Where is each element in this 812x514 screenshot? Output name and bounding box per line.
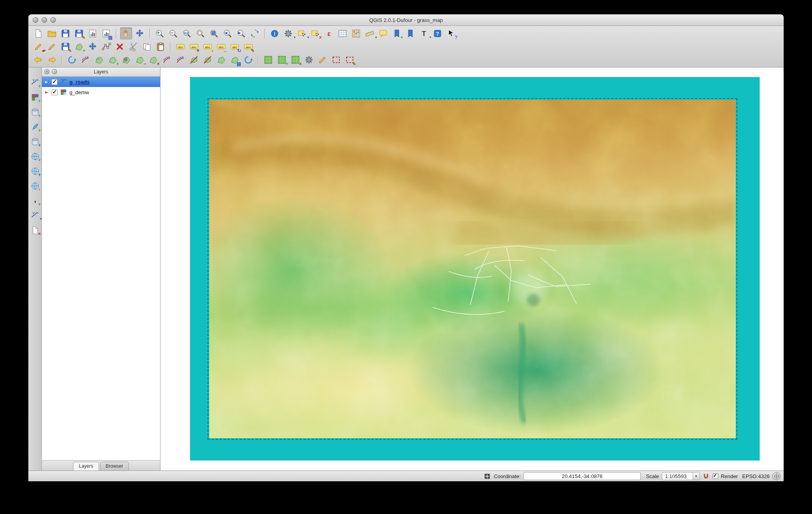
panel-float-icon[interactable]: ▫	[52, 69, 57, 74]
delete-ring[interactable]: −	[134, 54, 146, 66]
deselect-features[interactable]: ×	[309, 28, 321, 40]
scale-lock-icon[interactable]	[703, 472, 710, 480]
rotate-label[interactable]: ↻	[229, 41, 241, 53]
add-postgis-layer[interactable]: +	[30, 107, 41, 118]
highlight-pinned-labels[interactable]: ●	[202, 41, 214, 53]
scale-combo[interactable]: 1:105593 ▼	[662, 472, 700, 480]
split-parts[interactable]	[202, 54, 214, 66]
merge-selected-features[interactable]	[215, 54, 227, 66]
grass-display-region[interactable]	[330, 54, 342, 66]
layers-panel-header[interactable]: × ▫ Layers	[42, 67, 160, 77]
select-by-expression[interactable]	[323, 28, 335, 40]
close-button[interactable]	[33, 17, 38, 23]
delete-part[interactable]: ×	[147, 54, 159, 66]
new-shapefile-layer[interactable]: ▾	[30, 210, 41, 221]
add-raster-layer[interactable]: +	[30, 92, 41, 103]
add-wcs-layer[interactable]: +	[30, 166, 41, 177]
add-delimited-text-layer[interactable]: +	[30, 195, 41, 206]
layer-checkbox[interactable]	[51, 89, 57, 95]
split-features[interactable]	[188, 54, 200, 66]
delete-selected[interactable]	[114, 41, 126, 53]
coordinate-input[interactable]	[523, 472, 641, 480]
map-tips[interactable]	[377, 28, 389, 40]
minimize-button[interactable]	[42, 17, 47, 23]
title-bar[interactable]: QGIS 2.0.1-Dufour - grass_map	[28, 14, 784, 26]
grass-close-mapset[interactable]: ×	[289, 54, 301, 66]
save-layer-edits[interactable]: ✎	[59, 41, 71, 53]
new-project[interactable]	[32, 28, 44, 40]
chevron-down-icon[interactable]: ▼	[693, 472, 699, 480]
select-features[interactable]: ▾	[296, 28, 308, 40]
crs-projector-icon[interactable]	[772, 472, 780, 480]
run-feature-action[interactable]: ▾	[282, 28, 294, 40]
field-calculator[interactable]	[350, 28, 362, 40]
refresh-map[interactable]	[249, 28, 261, 40]
open-attribute-table[interactable]	[337, 28, 349, 40]
pan-map-to-selection[interactable]	[134, 28, 146, 40]
grass-new-mapset[interactable]: +	[276, 54, 288, 66]
add-spatialite-layer[interactable]: +	[30, 121, 41, 132]
zoom-last[interactable]: ◂	[222, 28, 234, 40]
measure-line[interactable]: ▾	[364, 28, 376, 40]
zoom-full-extent[interactable]: ▭	[181, 28, 193, 40]
undo[interactable]	[32, 54, 44, 66]
expand-arrow-icon[interactable]: ▶	[45, 80, 49, 84]
move-feature[interactable]	[87, 41, 99, 53]
layer-checkbox[interactable]	[51, 79, 57, 85]
remove-layer[interactable]: ×	[30, 225, 41, 236]
zoom-button[interactable]	[50, 17, 56, 23]
add-ring[interactable]: ○	[93, 54, 105, 66]
add-wms-layer[interactable]: +	[30, 151, 41, 162]
reshape-features[interactable]	[161, 54, 173, 66]
new-bookmark[interactable]: +	[391, 28, 403, 40]
zoom-to-selection[interactable]: ▢	[194, 28, 206, 40]
toggle-editing[interactable]	[46, 41, 58, 53]
add-mssql-layer[interactable]: +	[30, 136, 41, 147]
panel-tab[interactable]: Browser	[100, 462, 129, 471]
new-print-composer[interactable]	[87, 28, 99, 40]
open-project[interactable]	[46, 28, 58, 40]
add-vector-layer[interactable]: +	[30, 77, 41, 88]
change-label-properties[interactable]: ✎	[242, 41, 254, 53]
grass-edit-vector[interactable]	[317, 54, 329, 66]
zoom-in[interactable]: +	[154, 28, 166, 40]
node-tool[interactable]	[100, 41, 112, 53]
grass-tools[interactable]	[303, 54, 315, 66]
grass-edit-region[interactable]: ✎	[344, 54, 356, 66]
save-project-as[interactable]: ✎	[73, 28, 85, 40]
text-annotation[interactable]: ▾	[418, 28, 430, 40]
layer-labeling-options[interactable]	[174, 41, 186, 53]
layer-row[interactable]: ▶ g_roads	[42, 77, 160, 87]
add-wfs-layer[interactable]: +	[30, 180, 41, 192]
map-canvas[interactable]	[160, 67, 784, 471]
panel-tab[interactable]: Layers	[73, 462, 99, 471]
fill-ring[interactable]: ◎	[120, 54, 132, 66]
paste-features[interactable]	[154, 41, 166, 53]
composer-manager[interactable]: ▤	[100, 28, 112, 40]
move-label[interactable]: ↔	[215, 41, 227, 53]
merge-feature-attributes[interactable]: ▤	[229, 54, 241, 66]
whats-this[interactable]: ?	[445, 28, 457, 40]
show-bookmarks[interactable]	[404, 28, 416, 40]
panel-close-icon[interactable]: ×	[44, 69, 50, 74]
save-project[interactable]	[59, 28, 71, 40]
copy-features[interactable]	[141, 41, 153, 53]
zoom-to-layer[interactable]: ▤	[208, 28, 220, 40]
add-feature[interactable]: +	[73, 41, 85, 53]
simplify-feature[interactable]	[79, 54, 91, 66]
render-checkbox[interactable]	[713, 473, 718, 479]
current-edits[interactable]: ●▾	[32, 41, 44, 53]
layer-row[interactable]: ▶ g_demw	[42, 87, 160, 97]
identify-features[interactable]	[269, 28, 281, 40]
pan-map[interactable]	[120, 28, 132, 40]
expand-arrow-icon[interactable]: ▶	[45, 90, 49, 94]
pin-unpin-labels[interactable]: ▼	[188, 41, 200, 53]
offset-curve[interactable]	[174, 54, 186, 66]
redo[interactable]	[46, 54, 58, 66]
cut-features[interactable]	[127, 41, 139, 53]
rotate-point-symbols[interactable]	[242, 54, 254, 66]
zoom-out[interactable]: −	[167, 28, 179, 40]
extent-toggle-icon[interactable]	[484, 472, 491, 480]
zoom-next[interactable]: ▸	[235, 28, 247, 40]
grass-open-mapset[interactable]	[262, 54, 274, 66]
